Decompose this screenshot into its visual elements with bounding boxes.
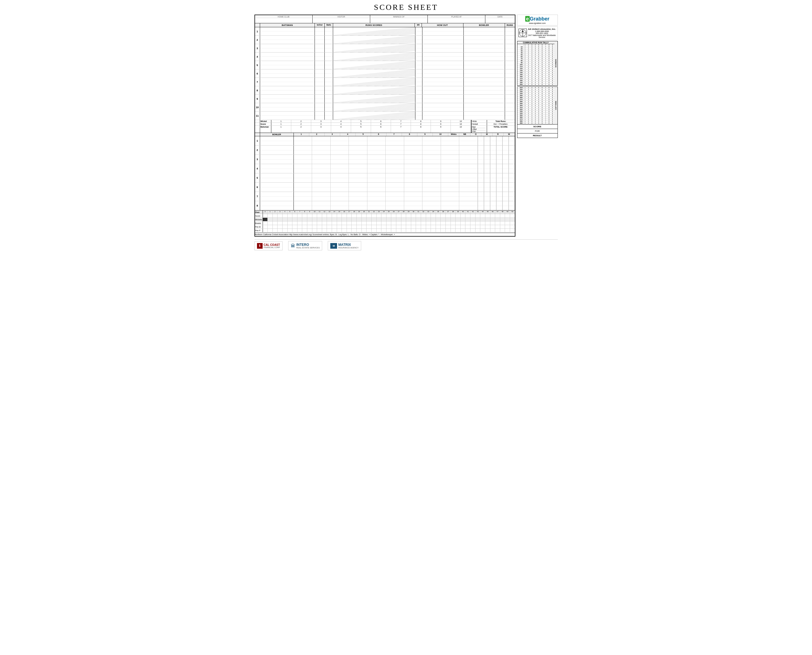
bat-runsout-3[interactable] (505, 44, 515, 52)
bat-balls-10[interactable] (325, 103, 333, 111)
bow-name-1[interactable] (260, 136, 294, 145)
ov-cell-1-19[interactable] (357, 214, 362, 217)
ov-cell-1-10[interactable] (312, 214, 318, 217)
bat-46-5[interactable] (415, 61, 422, 69)
ov-cell-2-41[interactable] (465, 218, 470, 221)
ov-cell-4-33[interactable] (426, 225, 431, 228)
ov-cell-5-16[interactable] (342, 229, 347, 232)
ov-cell-3-10[interactable] (312, 221, 318, 225)
bat-balls-5[interactable] (325, 61, 333, 69)
bat-name-7[interactable] (260, 78, 315, 86)
bow-stat-4-NB[interactable] (484, 164, 490, 173)
bow-stat-4-Wides[interactable] (478, 164, 484, 173)
ov-cell-2-35[interactable] (436, 218, 441, 221)
bow-ov-8-9[interactable] (441, 201, 459, 210)
score-cells-cell-0[interactable]: 1 (271, 123, 291, 125)
ov-cell-2-2[interactable] (273, 218, 278, 221)
ov-cell-2-36[interactable] (441, 218, 446, 221)
ov-cell-5-42[interactable] (470, 229, 476, 232)
bat-46-6[interactable] (415, 69, 422, 78)
ov-cell-3-26[interactable] (391, 221, 396, 225)
batsman-cells-cell-2[interactable]: 3 (311, 126, 331, 133)
ov-cell-3-2[interactable] (273, 221, 278, 225)
ov-cell-3-20[interactable] (362, 221, 367, 225)
ov-cell-1-23[interactable] (377, 214, 382, 217)
bow-ov-7-5[interactable] (367, 192, 386, 201)
bow-stat-2-Wides[interactable] (478, 146, 484, 155)
bat-name-4[interactable] (260, 52, 315, 61)
bat-bowler-9[interactable] (464, 95, 505, 103)
bat-inout-6[interactable] (315, 69, 325, 78)
bow-ov-4-4[interactable] (349, 164, 367, 173)
ov-cell-5-41[interactable] (465, 229, 470, 232)
bow-name-4[interactable] (260, 164, 294, 173)
ov-cell-3-9[interactable] (307, 221, 312, 225)
ov-cell-5-24[interactable] (381, 229, 387, 232)
ov-cell-5-37[interactable] (446, 229, 451, 232)
bow-ov-1-1[interactable] (294, 136, 312, 145)
bow-ov-7-1[interactable] (294, 192, 312, 201)
bat-balls-2[interactable] (325, 36, 333, 44)
ov-cell-4-49[interactable] (505, 225, 510, 228)
bow-name-5[interactable] (260, 174, 294, 182)
bow-ov-1-6[interactable] (386, 136, 404, 145)
bat-balls-3[interactable] (325, 44, 333, 52)
score-cells-cell-6[interactable]: 7 (391, 123, 411, 125)
bat-name-6[interactable] (260, 69, 315, 78)
ov-cell-4-16[interactable] (342, 225, 347, 228)
ov-cell-4-14[interactable] (332, 225, 337, 228)
bow-ov-5-5[interactable] (367, 174, 386, 182)
ov-cell-1-24[interactable] (381, 214, 387, 217)
ov-cell-5-50[interactable] (510, 229, 515, 232)
ov-cell-4-27[interactable] (396, 225, 401, 228)
bow-ov-8-5[interactable] (367, 201, 386, 210)
bat-inout-1[interactable] (315, 27, 325, 35)
ov-cell-1-49[interactable] (505, 214, 510, 217)
bow-stat-1-Wides[interactable] (478, 136, 484, 145)
bat-runsout-9[interactable] (505, 95, 515, 103)
ov-cell-4-19[interactable] (357, 225, 362, 228)
ov-cell-1-0[interactable] (263, 214, 268, 217)
ov-cell-3-25[interactable] (387, 221, 391, 225)
ov-cell-5-5[interactable] (288, 229, 293, 232)
bow-stat-6-O[interactable] (490, 183, 496, 192)
bat-balls-7[interactable] (325, 78, 333, 86)
ov-cell-4-42[interactable] (470, 225, 476, 228)
ov-cell-4-25[interactable] (387, 225, 391, 228)
bow-ov-3-5[interactable] (367, 155, 386, 164)
ov-cell-3-32[interactable] (421, 221, 426, 225)
ov-cell-4-11[interactable] (317, 225, 322, 228)
ov-cell-1-12[interactable] (322, 214, 327, 217)
bow-ov-6-9[interactable] (441, 183, 459, 192)
ov-cell-5-26[interactable] (391, 229, 396, 232)
bow-stat-7-O[interactable] (490, 192, 496, 201)
bow-stat-5-NB[interactable] (484, 174, 490, 182)
ov-cell-1-43[interactable] (476, 214, 480, 217)
bow-stat-2-R[interactable] (502, 146, 509, 155)
ov-cell-1-33[interactable] (426, 214, 431, 217)
bow-stat-7-Wides[interactable] (478, 192, 484, 201)
bow-stat-3-NB[interactable] (484, 155, 490, 164)
ov-cell-2-29[interactable] (406, 218, 411, 221)
ov-cell-4-10[interactable] (312, 225, 318, 228)
ov-cell-5-45[interactable] (485, 229, 490, 232)
bow-name-8[interactable] (260, 201, 294, 210)
batsman-cells-cell-5[interactable]: 6 (371, 126, 391, 133)
ov-cell-2-4[interactable] (282, 218, 288, 221)
ov-cell-2-23[interactable] (377, 218, 382, 221)
bow-stat-8-R[interactable] (502, 201, 509, 210)
bat-46-9[interactable] (415, 95, 422, 103)
ov-cell-2-9[interactable] (307, 218, 312, 221)
ov-cell-3-6[interactable] (292, 221, 298, 225)
ov-cell-1-17[interactable] (347, 214, 352, 217)
ov-cell-3-42[interactable] (470, 221, 476, 225)
bat-bowler-11[interactable] (464, 112, 505, 120)
bow-ov-5-3[interactable] (331, 174, 349, 182)
batsman-cells-cell-6[interactable]: 7 (391, 126, 411, 133)
ov-cell-5-34[interactable] (431, 229, 436, 232)
ov-cell-4-35[interactable] (436, 225, 441, 228)
ov-cell-3-1[interactable] (268, 221, 273, 225)
bow-ov-3-2[interactable] (312, 155, 331, 164)
ov-cell-5-7[interactable] (298, 229, 302, 232)
ov-cell-3-22[interactable] (371, 221, 377, 225)
